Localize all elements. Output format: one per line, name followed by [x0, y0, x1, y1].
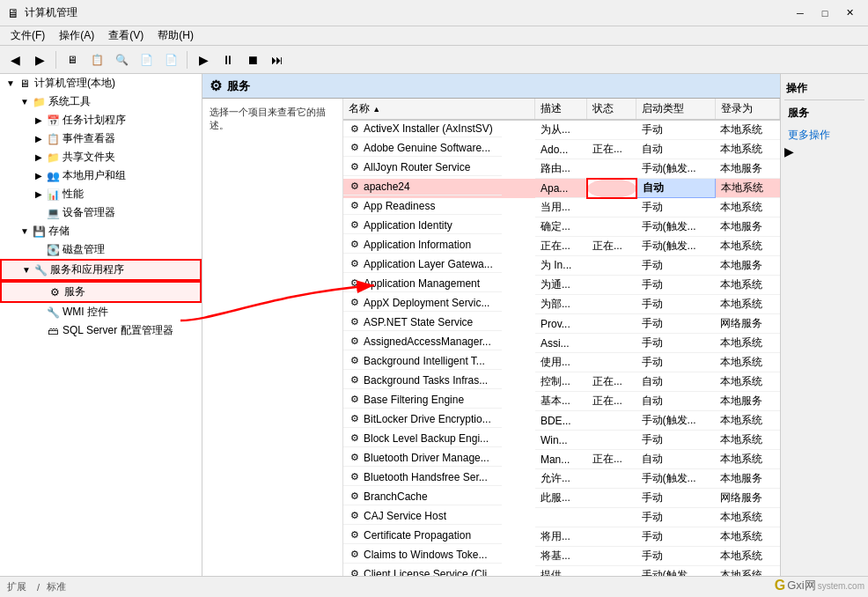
table-row[interactable]: ⚙Certificate Propagation将用...手动本地系统 — [343, 527, 780, 547]
table-row[interactable]: ⚙Bluetooth Driver Manage...Man...正在...自动… — [343, 450, 780, 469]
minimize-button[interactable]: ─ — [789, 4, 812, 22]
restart-button[interactable]: ⏭ — [266, 49, 289, 70]
calendar-icon: 📅 — [46, 114, 60, 128]
toolbar-btn-3[interactable]: 🔍 — [110, 49, 133, 70]
service-startup: 手动 — [636, 198, 716, 217]
menu-action[interactable]: 操作(A) — [52, 26, 101, 45]
tree-event-viewer[interactable]: ▶ 📋 事件查看器 — [0, 129, 202, 148]
tree-toggle-services-apps[interactable]: ▼ — [19, 263, 33, 277]
tree-toggle-perf[interactable]: ▶ — [32, 188, 46, 202]
table-row[interactable]: ⚙AppX Deployment Servic...为部...手动本地系统 — [343, 295, 780, 314]
table-row[interactable]: ⚙AllJoyn Router Service路由...手动(触发...本地服务 — [343, 159, 780, 179]
service-desc: 为部... — [535, 295, 587, 314]
service-status — [587, 431, 636, 450]
table-row[interactable]: ⚙AssignedAccessManager...Assi...手动本地系统 — [343, 334, 780, 353]
service-name: Application Layer Gatewa... — [364, 258, 493, 270]
back-button[interactable]: ◀ — [4, 49, 26, 70]
service-login: 本地系统 — [715, 547, 779, 566]
service-status — [587, 353, 636, 372]
table-wrapper[interactable]: 名称 ▲ 描述 状态 — [343, 99, 780, 576]
tree-device-manager[interactable]: 💻 设备管理器 — [0, 203, 202, 222]
table-row[interactable]: ⚙Client License Service (Cli...提供...手动(触… — [343, 566, 780, 577]
service-name: Adobe Genuine Software... — [364, 142, 490, 154]
service-desc: Assi... — [535, 334, 587, 353]
forward-button[interactable]: ▶ — [28, 49, 51, 70]
maximize-button[interactable]: □ — [813, 4, 836, 22]
service-status: 正在... — [587, 450, 636, 469]
table-row[interactable]: ⚙CAJ Service Host手动本地系统 — [343, 508, 780, 527]
table-row[interactable]: ⚙Background Tasks Infras...控制...正在...自动本… — [343, 372, 780, 392]
tree-local-users[interactable]: ▶ 👥 本地用户和组 — [0, 166, 202, 185]
service-login: 本地服务 — [715, 256, 779, 276]
table-row[interactable]: ⚙Application Layer Gatewa...为 In...手动本地服… — [343, 256, 780, 276]
toolbar-btn-1[interactable]: 🖥 — [61, 49, 84, 70]
menu-view[interactable]: 查看(V) — [101, 26, 151, 45]
table-row[interactable]: ⚙BitLocker Drive Encryptio...BDE...手动(触发… — [343, 411, 780, 431]
tree-toggle-users[interactable]: ▶ — [32, 169, 46, 183]
close-button[interactable]: ✕ — [838, 4, 861, 22]
tree-performance[interactable]: ▶ 📊 性能 — [0, 185, 202, 203]
play-button[interactable]: ▶ — [192, 49, 215, 70]
service-status — [587, 198, 636, 217]
ops-more[interactable]: 更多操作 — [784, 126, 864, 144]
tree-wmi[interactable]: 🔧 WMI 控件 — [0, 303, 202, 321]
toolbar-btn-2[interactable]: 📋 — [85, 49, 108, 70]
computer-icon: 🖥 — [18, 77, 32, 91]
tree-toggle-system[interactable]: ▼ — [18, 95, 32, 109]
users-icon: 👥 — [46, 169, 60, 183]
table-row[interactable]: ⚙Base Filtering Engine基本...正在...自动本地服务 — [343, 392, 780, 411]
table-row[interactable]: ⚙ActiveX Installer (AxInstSV)为从...手动本地系统 — [343, 120, 780, 140]
status-extend[interactable]: 扩展 — [7, 580, 26, 593]
table-row[interactable]: ⚙apache24Apa...自动本地系统 — [343, 179, 780, 198]
tree-disk-mgmt[interactable]: 💽 磁盘管理 — [0, 240, 202, 259]
service-login: 本地系统 — [715, 276, 779, 295]
stop-button[interactable]: ⏹ — [241, 49, 264, 70]
service-startup: 自动 — [636, 450, 716, 469]
tree-toggle-storage[interactable]: ▼ — [18, 225, 32, 239]
col-status[interactable]: 状态 — [587, 99, 636, 120]
table-row[interactable]: ⚙Application Information正在...正在...手动(触发.… — [343, 237, 780, 256]
table-row[interactable]: ⚙Background Intelligent T...使用...手动本地系统 — [343, 353, 780, 372]
table-row[interactable]: ⚙ASP.NET State ServiceProv...手动网络服务 — [343, 314, 780, 334]
toolbar-btn-5[interactable]: 📄 — [159, 49, 182, 70]
table-row[interactable]: ⚙Application Identity确定...手动(触发...本地服务 — [343, 217, 780, 237]
service-desc: 将用... — [535, 527, 587, 547]
table-row[interactable]: ⚙Application Management为通...手动本地系统 — [343, 276, 780, 295]
col-desc[interactable]: 描述 — [535, 99, 587, 120]
tree-root[interactable]: ▼ 🖥 计算机管理(本地) — [0, 74, 202, 92]
service-login: 本地系统 — [715, 334, 779, 353]
table-row[interactable]: ⚙App Readiness当用...手动本地系统 — [343, 198, 780, 217]
menu-bar: 文件(F) 操作(A) 查看(V) 帮助(H) — [0, 26, 868, 46]
tree-toggle-root[interactable]: ▼ — [4, 77, 18, 91]
table-row[interactable]: ⚙BranchCache此服...手动网络服务 — [343, 489, 780, 508]
service-desc: 基本... — [535, 392, 587, 411]
tree-toggle-shared[interactable]: ▶ — [32, 151, 46, 165]
services-description: 选择一个项目来查看它的描述。 — [202, 99, 343, 576]
tree-system-tools[interactable]: ▼ 📁 系统工具 — [0, 92, 202, 111]
table-row[interactable]: ⚙Bluetooth Handsfree Ser...允许...手动(触发...… — [343, 469, 780, 489]
toolbar-btn-4[interactable]: 📄 — [135, 49, 158, 70]
table-row[interactable]: ⚙Claims to Windows Toke...将基...手动本地系统 — [343, 547, 780, 566]
menu-file[interactable]: 文件(F) — [4, 26, 52, 45]
tree-services[interactable]: ⚙ 服务 — [0, 281, 202, 303]
tree-toggle-tasks[interactable]: ▶ — [32, 114, 46, 128]
service-row-icon: ⚙ — [349, 181, 361, 193]
tree-task-scheduler[interactable]: ▶ 📅 任务计划程序 — [0, 111, 202, 129]
service-name: Application Management — [364, 277, 480, 290]
menu-help[interactable]: 帮助(H) — [151, 26, 201, 45]
table-row[interactable]: ⚙Block Level Backup Engi...Win...手动本地系统 — [343, 431, 780, 450]
col-startup[interactable]: 启动类型 — [636, 99, 716, 120]
tree-storage[interactable]: ▼ 💾 存储 — [0, 222, 202, 240]
tree-toggle-events[interactable]: ▶ — [32, 132, 46, 146]
tree-sql[interactable]: 🗃 SQL Server 配置管理器 — [0, 321, 202, 340]
tree-services-apps[interactable]: ▼ 🔧 服务和应用程序 — [0, 259, 202, 281]
col-name[interactable]: 名称 ▲ — [343, 99, 535, 120]
table-row[interactable]: ⚙Adobe Genuine Software...Ado...正在...自动本… — [343, 140, 780, 159]
pause-button[interactable]: ⏸ — [217, 49, 239, 70]
status-standard[interactable]: 标准 — [47, 580, 66, 593]
tree-shared-folders[interactable]: ▶ 📁 共享文件夹 — [0, 148, 202, 166]
ops-more-arrow[interactable]: ▶ — [784, 144, 794, 158]
service-row-icon: ⚙ — [349, 316, 361, 328]
col-login[interactable]: 登录为 — [715, 99, 779, 120]
wmi-icon: 🔧 — [46, 306, 60, 320]
